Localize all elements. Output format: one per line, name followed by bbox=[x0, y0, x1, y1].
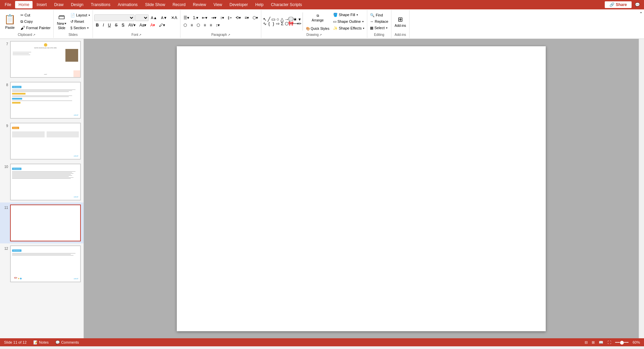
decrease-indent-btn[interactable]: ⇤▾ bbox=[200, 14, 209, 21]
shape-bezier-btn[interactable]: ∿ bbox=[263, 22, 267, 26]
strikethrough-btn[interactable]: S bbox=[113, 22, 119, 28]
arrange-button[interactable]: ⧉ Arrange bbox=[304, 11, 331, 24]
shape-callout-btn[interactable]: 💬 bbox=[289, 17, 293, 21]
menu-draw[interactable]: Draw bbox=[51, 1, 67, 8]
menu-help[interactable]: Help bbox=[252, 1, 267, 8]
increase-font-size-btn[interactable]: A▲ bbox=[149, 14, 159, 21]
menu-file[interactable]: File bbox=[1, 1, 14, 8]
view-reading-btn[interactable]: 📖 bbox=[599, 340, 603, 345]
underline-btn[interactable]: U bbox=[106, 22, 113, 28]
font-dialog-icon[interactable]: ↗ bbox=[139, 33, 142, 37]
align-center-btn[interactable]: ≡ bbox=[189, 22, 195, 28]
shape-star-btn[interactable]: ★ bbox=[293, 17, 297, 21]
clear-formatting-btn[interactable]: ✕A bbox=[169, 14, 179, 21]
slide-canvas[interactable] bbox=[177, 46, 546, 331]
shape-brace-btn[interactable]: } bbox=[271, 22, 275, 26]
shape-fill-btn[interactable]: 🪣 Shape Fill ▾ bbox=[332, 12, 366, 18]
collapse-ribbon-btn[interactable]: ⌃ bbox=[639, 11, 643, 16]
menu-view[interactable]: View bbox=[210, 1, 225, 8]
shape-line-btn[interactable]: ╱ bbox=[267, 17, 271, 21]
shape-outline-btn[interactable]: ▭ Shape Outline ▾ bbox=[332, 18, 366, 24]
zoom-slider[interactable]: ━━⬤━━ bbox=[615, 340, 629, 345]
copy-button[interactable]: ⧉ Copy bbox=[19, 18, 52, 24]
menu-slideshow[interactable]: Slide Show bbox=[142, 1, 168, 8]
shape-freeform-btn[interactable]: ✏ bbox=[298, 22, 302, 26]
menu-record[interactable]: Record bbox=[169, 1, 189, 8]
font-controls: A▲ A▼ ✕A B I U S S AV▾ Aa▾ A▾ 🖊▾ bbox=[94, 11, 179, 32]
shape-triangle-btn[interactable]: △ bbox=[280, 17, 284, 21]
new-slide-dropdown[interactable]: ▾ bbox=[65, 22, 66, 25]
shape-select-btn[interactable]: ↖ bbox=[263, 17, 267, 21]
menu-home[interactable]: Home bbox=[15, 1, 33, 8]
shape-effects-btn[interactable]: ✨ Shape Effects ▾ bbox=[332, 25, 366, 31]
right-scrollbar[interactable] bbox=[639, 39, 644, 338]
shape-bracket-btn[interactable]: { bbox=[267, 22, 271, 26]
align-text-btn[interactable]: ≡▾ bbox=[243, 14, 251, 21]
reset-button[interactable]: ↺ Reset bbox=[69, 18, 91, 24]
shadow-btn[interactable]: S bbox=[120, 22, 126, 28]
comments-btn-status[interactable]: 💬 Comments bbox=[55, 340, 79, 345]
slide-thumb-8[interactable]: 8 Information unicef bbox=[0, 80, 84, 121]
menu-developer[interactable]: Developer bbox=[226, 1, 251, 8]
drawing-dialog-icon[interactable]: ↗ bbox=[319, 33, 322, 37]
view-slidesorter-btn[interactable]: ⊞ bbox=[592, 340, 595, 345]
cut-button[interactable]: ✂ Cut bbox=[19, 12, 52, 18]
select-button[interactable]: ▦ Select ▾ bbox=[369, 25, 389, 31]
justify-low-btn[interactable]: ≡ bbox=[208, 22, 214, 28]
italic-btn[interactable]: I bbox=[101, 22, 105, 28]
share-button[interactable]: 🔗 Share bbox=[605, 1, 632, 8]
num-list-btn[interactable]: 1.▾ bbox=[191, 14, 200, 21]
section-button[interactable]: § Section ▾ bbox=[69, 25, 91, 31]
shape-equation-btn[interactable]: Σ bbox=[280, 22, 284, 26]
justify-btn[interactable]: ≡ bbox=[202, 22, 208, 28]
decrease-font-size-btn[interactable]: A▼ bbox=[159, 14, 169, 21]
font-family-select[interactable] bbox=[94, 14, 135, 21]
paragraph-dialog-icon[interactable]: ↗ bbox=[228, 33, 230, 37]
slide-thumb-12[interactable]: 12 Information ✏ ● ◆ unicef bbox=[0, 243, 84, 284]
smartart-btn[interactable]: ⬡▾ bbox=[251, 14, 260, 21]
slide-thumb-7[interactable]: 7 List the emotions you saw in the video… bbox=[0, 39, 84, 80]
shape-block-arrow-btn[interactable]: ⇨ bbox=[276, 22, 280, 26]
para-spacing-btn[interactable]: ↕▾ bbox=[214, 22, 221, 28]
highlight-btn[interactable]: 🖊▾ bbox=[157, 22, 167, 28]
find-button[interactable]: 🔍 Find bbox=[369, 12, 389, 18]
shape-more-btn[interactable]: ▾ bbox=[298, 17, 302, 21]
replace-button[interactable]: ↔ Replace bbox=[369, 18, 389, 24]
view-presentation-btn[interactable]: ⛶ bbox=[607, 340, 611, 344]
columns-btn[interactable]: ⫿▾ bbox=[226, 14, 233, 21]
new-slide-button[interactable]: 🗃 New ▾ Slide bbox=[55, 12, 68, 31]
font-color-btn[interactable]: A▾ bbox=[149, 22, 157, 28]
notes-btn[interactable]: 📝 Notes bbox=[33, 340, 49, 345]
align-right-btn[interactable]: ⬡ bbox=[195, 22, 202, 28]
char-spacing-btn[interactable]: AV▾ bbox=[127, 22, 137, 28]
shape-rect-btn[interactable]: ▭ bbox=[271, 17, 275, 21]
comments-btn[interactable]: 💬 bbox=[632, 2, 643, 8]
addins-button[interactable]: ⊞ Add-ins bbox=[393, 12, 408, 31]
change-case-btn[interactable]: Aa▾ bbox=[138, 22, 148, 28]
slide-thumb-10[interactable]: 10 Information unicef bbox=[0, 162, 84, 202]
line-spacing-btn[interactable]: ↕▾ bbox=[218, 14, 226, 21]
menu-transitions[interactable]: Transitions bbox=[88, 1, 114, 8]
paste-button[interactable]: 📋 Paste bbox=[1, 11, 18, 32]
layout-button[interactable]: 📄 Layout ▾ bbox=[69, 12, 91, 18]
menu-review[interactable]: Review bbox=[190, 1, 209, 8]
shape-circle-btn[interactable]: ○ bbox=[276, 17, 280, 21]
text-direction-btn[interactable]: ⟲▾ bbox=[234, 14, 243, 21]
bold-btn[interactable]: B bbox=[94, 22, 101, 28]
font-size-select[interactable] bbox=[135, 14, 149, 21]
slide-thumb-9[interactable]: 9 Activity bbox=[0, 121, 84, 162]
format-painter-button[interactable]: 🖌 Format Painter bbox=[19, 25, 52, 31]
quick-styles-button[interactable]: 🎨 Quick Styles bbox=[304, 25, 331, 32]
bullet-list-btn[interactable]: ☰▾ bbox=[182, 14, 191, 21]
slide-thumb-11[interactable]: 11 bbox=[0, 202, 84, 243]
clipboard-dialog-icon[interactable]: ↗ bbox=[33, 33, 36, 37]
ribbon-collapse-area: ⌃ bbox=[638, 10, 644, 38]
menu-insert[interactable]: Insert bbox=[33, 1, 50, 8]
menu-animations[interactable]: Animations bbox=[114, 1, 141, 8]
shape-connector-btn[interactable]: ⟶ bbox=[293, 22, 297, 26]
increase-indent-btn[interactable]: ⇥▾ bbox=[209, 14, 218, 21]
menu-character-scripts[interactable]: Character Scripts bbox=[268, 1, 306, 8]
align-left-btn[interactable]: ⬡ bbox=[182, 22, 189, 28]
view-normal-btn[interactable]: ⊟ bbox=[585, 340, 588, 345]
menu-design[interactable]: Design bbox=[67, 1, 87, 8]
